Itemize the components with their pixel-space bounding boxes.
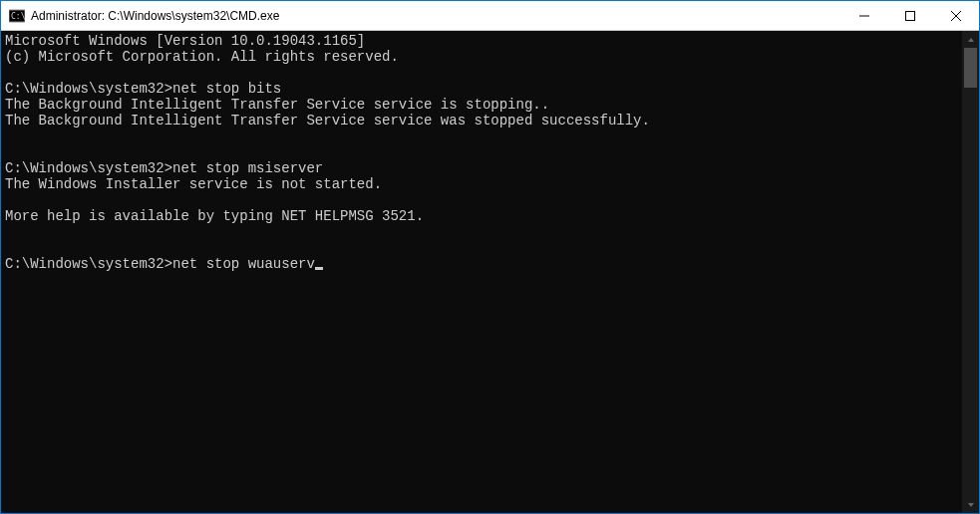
blank-line — [5, 144, 962, 160]
titlebar[interactable]: C:\ Administrator: C:\Windows\system32\C… — [1, 1, 979, 31]
prompt: C:\Windows\system32> — [5, 256, 172, 272]
text-cursor — [315, 267, 323, 270]
command-1: net stop bits — [172, 81, 281, 97]
output-line: The Windows Installer service is not sta… — [5, 176, 962, 192]
vertical-scrollbar[interactable] — [962, 31, 979, 513]
svg-rect-3 — [906, 11, 915, 20]
prompt: C:\Windows\system32> — [5, 160, 172, 176]
blank-line — [5, 224, 962, 240]
window-controls — [841, 1, 979, 30]
blank-line — [5, 192, 962, 208]
cmd-window: C:\ Administrator: C:\Windows\system32\C… — [1, 1, 979, 513]
command-line-1: C:\Windows\system32>net stop bits — [5, 81, 962, 97]
svg-marker-7 — [968, 503, 974, 507]
command-2: net stop msiserver — [172, 160, 323, 176]
command-line-2: C:\Windows\system32>net stop msiserver — [5, 160, 962, 176]
svg-marker-6 — [968, 38, 974, 42]
blank-line — [5, 65, 962, 81]
output-line: The Background Intelligent Transfer Serv… — [5, 113, 962, 128]
scrollbar-track[interactable] — [962, 48, 979, 496]
output-line: More help is available by typing NET HEL… — [5, 208, 962, 224]
minimize-button[interactable] — [841, 1, 887, 30]
version-line: Microsoft Windows [Version 10.0.19043.11… — [5, 33, 962, 49]
console-area: Microsoft Windows [Version 10.0.19043.11… — [1, 31, 979, 513]
copyright-line: (c) Microsoft Corporation. All rights re… — [5, 49, 962, 65]
cmd-icon: C:\ — [9, 8, 25, 24]
scrollbar-thumb[interactable] — [964, 48, 977, 88]
command-3: net stop wuauserv — [172, 256, 315, 272]
maximize-button[interactable] — [887, 1, 933, 30]
scroll-up-arrow[interactable] — [962, 31, 979, 48]
scroll-down-arrow[interactable] — [962, 496, 979, 513]
svg-text:C:\: C:\ — [11, 12, 25, 21]
command-line-3: C:\Windows\system32>net stop wuauserv — [5, 256, 962, 272]
output-line: The Background Intelligent Transfer Serv… — [5, 97, 962, 113]
blank-line — [5, 128, 962, 144]
prompt: C:\Windows\system32> — [5, 81, 172, 97]
window-title: Administrator: C:\Windows\system32\CMD.e… — [31, 9, 841, 23]
console-output[interactable]: Microsoft Windows [Version 10.0.19043.11… — [1, 31, 962, 513]
close-button[interactable] — [933, 1, 979, 30]
blank-line — [5, 240, 962, 256]
